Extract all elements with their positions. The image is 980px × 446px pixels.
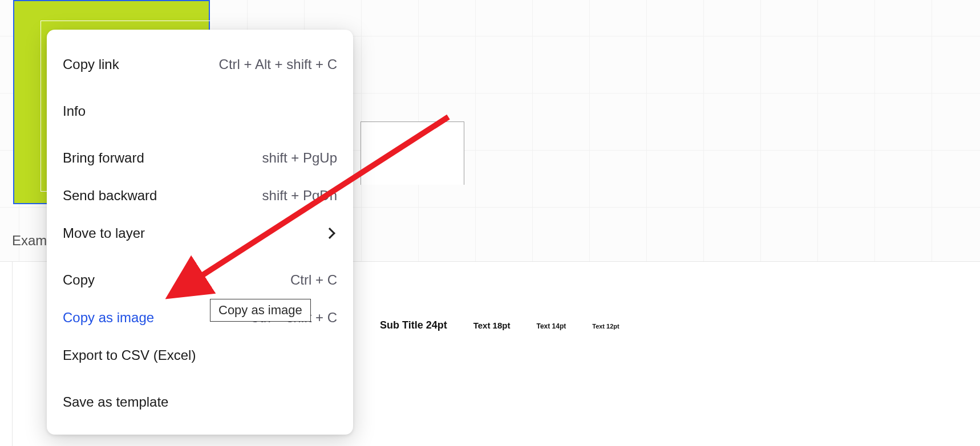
context-menu: Copy linkCtrl + Alt + shift + CInfoBring… xyxy=(47,30,353,435)
menu-separator-gap xyxy=(47,374,353,383)
menu-item-label: Move to layer xyxy=(63,225,145,241)
menu-item-label: Info xyxy=(63,103,86,119)
menu-item-shortcut: Ctrl + C xyxy=(290,272,337,288)
menu-item-label: Copy xyxy=(63,272,95,288)
canvas-item-label: Exam xyxy=(12,233,47,249)
sample-subtitle-24: Sub Title 24pt xyxy=(380,319,447,331)
menu-item-label: Save as template xyxy=(63,394,168,410)
text-style-samples: Sub Title 24pt Text 18pt Text 14pt Text … xyxy=(380,319,619,331)
menu-item-bring-forward[interactable]: Bring forwardshift + PgUp xyxy=(47,139,353,177)
menu-item-move-to-layer[interactable]: Move to layer xyxy=(47,214,353,252)
menu-separator-gap xyxy=(47,252,353,261)
menu-item-label: Copy link xyxy=(63,56,119,72)
sample-text-18: Text 18pt xyxy=(473,321,511,330)
tooltip: Copy as image xyxy=(210,299,311,322)
menu-item-send-backward[interactable]: Send backwardshift + PgDn xyxy=(47,177,353,214)
lower-small-box xyxy=(361,121,464,185)
menu-item-label: Copy as image xyxy=(63,310,154,326)
sample-text-14: Text 14pt xyxy=(536,322,566,330)
chevron-right-icon xyxy=(324,228,335,239)
sample-text-12: Text 12pt xyxy=(592,323,619,330)
menu-item-shortcut: shift + PgDn xyxy=(262,188,337,204)
menu-item-label: Bring forward xyxy=(63,150,144,166)
menu-separator-gap xyxy=(47,83,353,92)
menu-item-export-to-csv-excel[interactable]: Export to CSV (Excel) xyxy=(47,336,353,374)
menu-item-save-as-template[interactable]: Save as template xyxy=(47,383,353,421)
menu-item-info[interactable]: Info xyxy=(47,92,353,130)
menu-item-label: Send backward xyxy=(63,188,157,204)
menu-item-shortcut: shift + PgUp xyxy=(262,150,337,166)
menu-item-label: Export to CSV (Excel) xyxy=(63,347,196,363)
menu-separator-gap xyxy=(47,130,353,139)
menu-item-copy-link[interactable]: Copy linkCtrl + Alt + shift + C xyxy=(47,46,353,83)
menu-item-shortcut: Ctrl + Alt + shift + C xyxy=(219,56,337,72)
menu-item-copy[interactable]: CopyCtrl + C xyxy=(47,261,353,299)
